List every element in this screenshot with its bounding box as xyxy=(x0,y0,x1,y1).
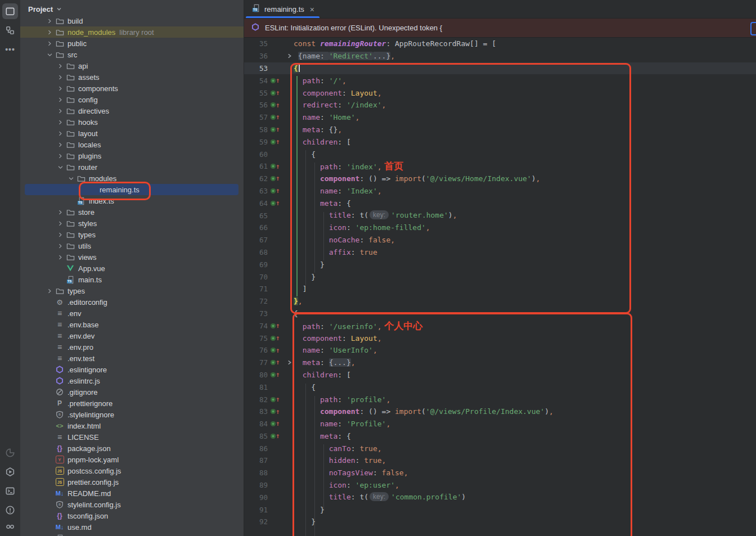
code-line-60[interactable]: 60 { xyxy=(244,148,756,160)
code-line-55[interactable]: 55↑ component: Layout, xyxy=(244,87,756,99)
code-line-66[interactable]: 66 icon: 'ep:home-filled', xyxy=(244,222,756,234)
tree-item-styles[interactable]: styles xyxy=(20,218,244,229)
gutter-override-icon[interactable]: ↑ xyxy=(268,322,285,330)
chevron-down-icon[interactable] xyxy=(66,174,76,183)
tree-item-router[interactable]: router xyxy=(20,161,244,173)
code-line-36[interactable]: 36 {name: 'Redirect'...}, xyxy=(244,50,756,62)
chevron-right-icon[interactable] xyxy=(56,140,65,149)
tree-item-node-modules[interactable]: node_moduleslibrary root xyxy=(20,26,244,38)
code-line-54[interactable]: 54↑ path: '/', xyxy=(244,74,756,87)
tree-item--eslintrc-js[interactable]: .eslintrc.js xyxy=(20,375,244,386)
chevron-right-icon[interactable] xyxy=(56,241,65,250)
code-line-58[interactable]: 58↑ meta: {}, xyxy=(244,124,756,136)
code-line-86[interactable]: 86 canTo: true, xyxy=(244,442,756,454)
tree-item-src[interactable]: src xyxy=(20,49,244,60)
tree-item-readme-md[interactable]: M↓README.md xyxy=(20,488,244,499)
code-line-84[interactable]: 84↑ name: 'Profile', xyxy=(244,418,756,430)
tree-item-api[interactable]: api xyxy=(20,60,244,71)
code-line-82[interactable]: 82↑ path: 'profile', xyxy=(244,393,756,406)
code-line-56[interactable]: 56↑ redirect: '/index', xyxy=(244,99,756,111)
code-line-71[interactable]: 71 ] xyxy=(244,283,756,295)
tree-item-pnpm-lock-yaml[interactable]: Ypnpm-lock.yaml xyxy=(20,454,244,465)
code-line-74[interactable]: 74↑ path: '/userinfo', 个人中心 xyxy=(244,319,756,332)
code-line-70[interactable]: 70 } xyxy=(244,271,756,283)
chevron-right-icon[interactable] xyxy=(56,61,65,70)
gutter-override-icon[interactable]: ↑ xyxy=(268,77,285,84)
chevron-right-icon[interactable] xyxy=(45,39,55,48)
code-line-77[interactable]: 77↑ meta: {...}, xyxy=(244,357,756,369)
code-line-75[interactable]: 75↑ component: Layout, xyxy=(244,332,756,344)
gutter-override-icon[interactable]: ↑ xyxy=(268,114,285,121)
code-line-85[interactable]: 85↑ meta: { xyxy=(244,430,756,443)
tree-item-store[interactable]: store xyxy=(20,206,244,218)
chevron-right-icon[interactable] xyxy=(56,73,65,82)
tree-item-hooks[interactable]: hooks xyxy=(20,116,244,128)
tree-item-types[interactable]: types xyxy=(20,229,244,240)
tree-item--env-base[interactable]: ≡.env.base xyxy=(20,319,244,330)
chevron-down-icon[interactable] xyxy=(45,50,55,59)
code-line-65[interactable]: 65 title: t(key:'router.home'), xyxy=(244,209,756,222)
tree-item-postcss-config-js[interactable]: JSpostcss.config.js xyxy=(20,465,244,476)
tree-item-assets[interactable]: assets xyxy=(20,71,244,83)
fold-chevron-icon[interactable] xyxy=(285,360,294,365)
tree-item--env-test[interactable]: ≡.env.test xyxy=(20,353,244,364)
tree-item-index-ts[interactable]: TSindex.ts xyxy=(20,195,244,206)
code-line-68[interactable]: 68 affix: true xyxy=(244,246,756,259)
tree-item--env-pro[interactable]: ≡.env.pro xyxy=(20,341,244,353)
gutter-override-icon[interactable]: ↑ xyxy=(268,371,285,379)
code-line-57[interactable]: 57↑ name: 'Home', xyxy=(244,111,756,124)
gutter-override-icon[interactable]: ↑ xyxy=(268,187,285,195)
tree-item-prettier-config-js[interactable]: JSprettier.config.js xyxy=(20,476,244,488)
code-line-62[interactable]: 62↑ component: () => import('@/views/Hom… xyxy=(244,173,756,185)
code-line-81[interactable]: 81 { xyxy=(244,381,756,393)
coverage-icon[interactable] xyxy=(2,445,18,461)
gutter-override-icon[interactable]: ↑ xyxy=(268,175,285,182)
tree-item-tsconfig-json[interactable]: {}tsconfig.json xyxy=(20,510,244,521)
tree-item-stylelint-config-js[interactable]: Bstylelint.config.js xyxy=(20,499,244,510)
tree-item--prettierignore[interactable]: P.prettierignore xyxy=(20,398,244,409)
tree-item-use-md[interactable]: M↓use.md xyxy=(20,521,244,533)
chevron-right-icon[interactable] xyxy=(56,151,65,160)
code-line-59[interactable]: 59↑ children: [ xyxy=(244,136,756,148)
gutter-override-icon[interactable]: ↑ xyxy=(268,359,285,366)
gutter-override-icon[interactable]: ↑ xyxy=(268,347,285,354)
tree-item-main-ts[interactable]: TSmain.ts xyxy=(20,274,244,285)
chevron-right-icon[interactable] xyxy=(56,129,65,138)
tree-item-license[interactable]: ≡LICENSE xyxy=(20,431,244,443)
code-line-90[interactable]: 90 title: t(key:'common.profile') xyxy=(244,491,756,503)
code-area[interactable]: 35const remainingRouter: AppRouteRecordR… xyxy=(244,38,756,536)
project-header[interactable]: Project xyxy=(20,0,244,18)
tree-item-vite-config-ts[interactable]: TSvite.config.ts xyxy=(20,533,244,536)
tree-item--env[interactable]: ≡.env xyxy=(20,308,244,319)
tree-item--editorconfig[interactable]: ⚙.editorconfig xyxy=(20,296,244,308)
chevron-right-icon[interactable] xyxy=(56,118,65,127)
gutter-override-icon[interactable]: ↑ xyxy=(268,420,285,427)
tree-item--stylelintignore[interactable]: B.stylelintignore xyxy=(20,409,244,420)
chevron-right-icon[interactable] xyxy=(56,106,65,115)
tree-item-views[interactable]: views xyxy=(20,251,244,263)
chevron-right-icon[interactable] xyxy=(56,84,65,93)
gutter-override-icon[interactable]: ↑ xyxy=(268,138,285,146)
code-line-91[interactable]: 91 } xyxy=(244,503,756,516)
gutter-override-icon[interactable]: ↑ xyxy=(268,433,285,440)
code-line-61[interactable]: 61↑ path: 'index', 首页 xyxy=(244,160,756,173)
code-line-83[interactable]: 83↑ component: () => import('@/views/Pro… xyxy=(244,406,756,418)
tree-item--env-dev[interactable]: ≡.env.dev xyxy=(20,330,244,341)
code-line-72[interactable]: 72}, xyxy=(244,295,756,308)
code-line-89[interactable]: 89 icon: 'ep:user', xyxy=(244,479,756,492)
services-icon[interactable] xyxy=(2,464,18,480)
endpoints-icon[interactable] xyxy=(2,521,18,536)
code-line-76[interactable]: 76↑ name: 'UserInfo', xyxy=(244,344,756,357)
code-line-63[interactable]: 63↑ name: 'Index', xyxy=(244,185,756,197)
terminal-icon[interactable] xyxy=(2,483,18,499)
chevron-right-icon[interactable] xyxy=(45,28,55,37)
tree-item-directives[interactable]: directives xyxy=(20,105,244,116)
code-line-53[interactable]: 53{ xyxy=(244,62,756,75)
chevron-right-icon[interactable] xyxy=(56,230,65,239)
gutter-override-icon[interactable]: ↑ xyxy=(268,408,285,416)
tree-item-app-vue[interactable]: App.vue xyxy=(20,263,244,274)
chevron-right-icon[interactable] xyxy=(45,286,55,295)
tree-item-plugins[interactable]: plugins xyxy=(20,150,244,161)
code-line-92[interactable]: 92 } xyxy=(244,516,756,528)
more-icon[interactable]: ••• xyxy=(2,42,18,57)
